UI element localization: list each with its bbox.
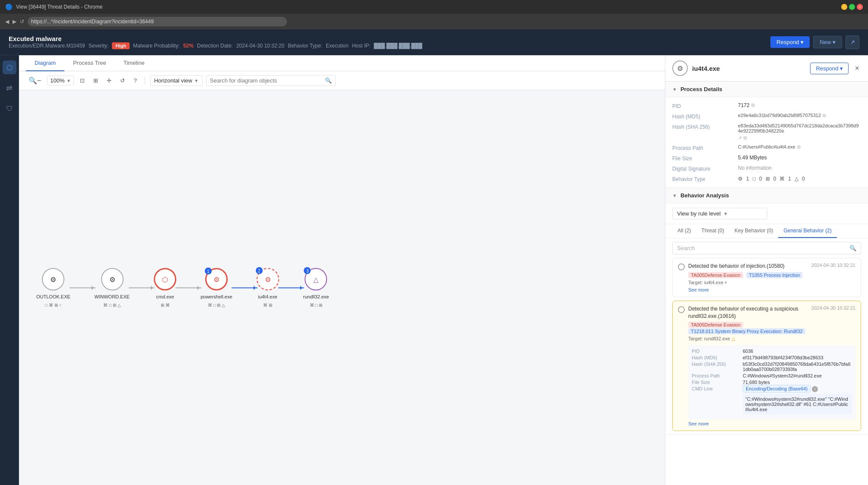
target-chevron-1[interactable]: ▾ xyxy=(725,280,727,285)
tab-process-tree[interactable]: Process Tree xyxy=(64,55,115,71)
node-label-powershell: powershell.exe xyxy=(200,294,232,299)
incident-title: Excuted malware xyxy=(9,35,422,42)
node-number-iu4t4: 2 xyxy=(256,267,263,274)
hash-sha256-external-icon[interactable]: ↗ xyxy=(738,135,742,141)
node-icon-cmd[interactable]: ⬡ xyxy=(154,268,176,291)
node-rundll32[interactable]: 3 △ rundll32.exe ⌘ □ ⊞ xyxy=(303,268,329,307)
behavior-checkbox-2[interactable] xyxy=(678,306,685,313)
export-button[interactable]: ↗ xyxy=(846,35,859,49)
behavior-content-1: Detected the behavior of injection.(1058… xyxy=(688,263,855,292)
back-icon[interactable]: ◀ xyxy=(5,19,9,25)
pid-label: PID xyxy=(672,102,733,109)
node-icon-powershell[interactable]: 1 ⚙ xyxy=(205,268,228,291)
info-icon[interactable]: i xyxy=(812,386,818,392)
host-ip-label: Host IP: xyxy=(352,43,371,49)
tag-rundll32[interactable]: T1218.011 System Binary Proxy Execution:… xyxy=(688,328,805,334)
node-winword[interactable]: ⚙ WINWORD.EXE ⌘ □ ⊞ △ xyxy=(95,268,130,307)
filter-tab-threat[interactable]: Threat (0) xyxy=(696,224,729,238)
malware-prob-value: 52% xyxy=(183,43,194,49)
arrow-5 xyxy=(278,287,304,288)
view-by-label: View by rule level xyxy=(677,210,721,217)
minimize-button[interactable]: – xyxy=(841,4,847,10)
sidebar-icon-network[interactable]: ⬡ xyxy=(3,60,16,74)
warning-icon-2: △ xyxy=(731,336,735,341)
view-select[interactable]: Horizontal view xyxy=(150,75,203,86)
grid-icon: ⊞ xyxy=(766,176,770,182)
tag-defense-evasion-1[interactable]: TA005Defense Evasion xyxy=(688,272,743,278)
inner-details-2: PID 6036 Hash (MD5) ef3179d498793bf4234f… xyxy=(688,345,855,419)
node-icon-winword[interactable]: ⚙ xyxy=(101,268,124,291)
filter-tab-general[interactable]: General Behavior (2) xyxy=(778,224,836,238)
digital-sig-value: No information xyxy=(738,165,861,172)
help-button[interactable]: ? xyxy=(131,76,139,86)
node-number-rundll32: 3 xyxy=(304,267,311,274)
forward-icon[interactable]: ▶ xyxy=(13,19,16,25)
node-icon-iu4t4[interactable]: 2 ⚙ xyxy=(257,268,279,291)
diagram-search-input[interactable] xyxy=(210,77,322,84)
behavior-analysis-header[interactable]: Behavior Analysis xyxy=(665,188,868,203)
node-icon-outlook[interactable]: ⚙ xyxy=(42,268,64,291)
arrow-4 xyxy=(232,287,258,288)
url-bar: ◀ ▶ ↺ xyxy=(0,14,868,29)
filter-tab-all[interactable]: All (2) xyxy=(672,224,696,238)
behavior-type-label: Behavior Type xyxy=(672,175,733,182)
behavior-item-1: Detected the behavior of injection.(1058… xyxy=(672,258,861,297)
node-icon-rundll32[interactable]: 3 △ xyxy=(305,268,327,291)
sidebar-icon-flow[interactable]: ⇌ xyxy=(3,81,16,95)
filter-tab-key-behavior[interactable]: Key Behavior (0) xyxy=(729,224,778,238)
maximize-button[interactable]: □ xyxy=(849,4,855,10)
pid-copy-icon[interactable]: ⧉ xyxy=(751,102,755,108)
cmd-highlight-tag[interactable]: Encoding/Decoding (Base64) xyxy=(743,385,811,393)
inner-filesize-row: File Size 71,680 bytes xyxy=(692,380,852,385)
meta-info: Execution/EDR.Malware.M10459 Severity: H… xyxy=(9,42,422,49)
inner-path-label: Process Path xyxy=(692,373,739,378)
panel-close-button[interactable]: × xyxy=(853,62,861,75)
behavior-search-input[interactable] xyxy=(677,245,847,251)
node-powershell[interactable]: 1 ⚙ powershell.exe ⌘ □ ⊞ △ xyxy=(200,268,232,307)
tag-defense-evasion-2[interactable]: TA005Defense Evasion xyxy=(688,322,743,328)
behavior-analysis-title: Behavior Analysis xyxy=(680,192,729,199)
toolbar-divider xyxy=(145,76,145,85)
hash-md5-copy-icon[interactable]: ⧉ xyxy=(823,113,826,118)
zoom-fit-button[interactable]: ⊡ xyxy=(77,76,87,86)
process-path-copy-icon[interactable]: ⧉ xyxy=(797,144,801,150)
arrow-3 xyxy=(175,287,201,288)
inner-cmd-label: CMD Line xyxy=(692,386,739,415)
hash-sha256-value: e83eda33d483d52149065d767dc218da2dcaca3b… xyxy=(738,123,861,141)
process-details-header[interactable]: Process Details xyxy=(665,82,868,97)
move-button[interactable]: ✛ xyxy=(104,76,114,86)
detection-date-label: Detection Date: xyxy=(197,43,233,49)
tab-diagram[interactable]: Diagram xyxy=(26,55,64,71)
hash-sha256-copy-icon[interactable]: ⧉ xyxy=(744,135,747,141)
see-more-1[interactable]: See more xyxy=(688,287,855,292)
process-details-chevron xyxy=(672,87,677,92)
node-outlook[interactable]: ⚙ OUTLOOK.EXE □ ⌘ ⊞ ○ xyxy=(36,268,70,307)
respond-button[interactable]: Respond ▾ xyxy=(770,36,810,48)
grid-button[interactable]: ⊞ xyxy=(91,76,101,86)
refresh-icon[interactable]: ↺ xyxy=(20,19,24,25)
panel-respond-button[interactable]: Respond ▾ xyxy=(810,63,849,74)
view-by-select[interactable]: View by rule level xyxy=(672,208,767,219)
behavior-title-2: Detected the behavior of executing a sus… xyxy=(688,305,808,320)
behavior-search[interactable]: 🔍 xyxy=(672,242,861,254)
node-cmd[interactable]: ⬡ cmd.exe ⊞ ⌘ xyxy=(154,268,176,307)
incident-info: Excuted malware Execution/EDR.Malware.M1… xyxy=(9,35,422,49)
zoom-out-button[interactable]: 🔍− xyxy=(26,75,44,86)
sidebar-icon-shield[interactable]: 🛡 xyxy=(3,102,16,116)
tag-process-injection[interactable]: T1055 Process Injection xyxy=(746,272,802,278)
diagram-search[interactable]: 🔍 xyxy=(206,75,336,86)
close-button[interactable]: × xyxy=(857,4,863,10)
file-icon: □ xyxy=(753,176,756,182)
new-button[interactable]: New ▾ xyxy=(813,36,842,48)
see-more-2[interactable]: See more xyxy=(688,421,855,426)
panel-content: Process Details PID 7172 ⧉ Hash (MD5) e2… xyxy=(665,82,868,485)
tab-timeline[interactable]: Timeline xyxy=(115,55,153,71)
node-icons-rundll32: ⌘ □ ⊞ xyxy=(310,303,323,307)
behavior-checkbox-1[interactable] xyxy=(678,263,685,270)
pid-value: 7172 ⧉ xyxy=(738,102,861,109)
malware-prob-label: Malware Probability: xyxy=(133,43,180,49)
zoom-chevron[interactable] xyxy=(67,78,71,83)
node-iu4t4[interactable]: 2 ⚙ iu4t4.exe ⌘ ⊞ xyxy=(257,268,279,307)
refresh-button[interactable]: ↺ xyxy=(118,76,127,86)
url-input[interactable] xyxy=(28,17,287,26)
